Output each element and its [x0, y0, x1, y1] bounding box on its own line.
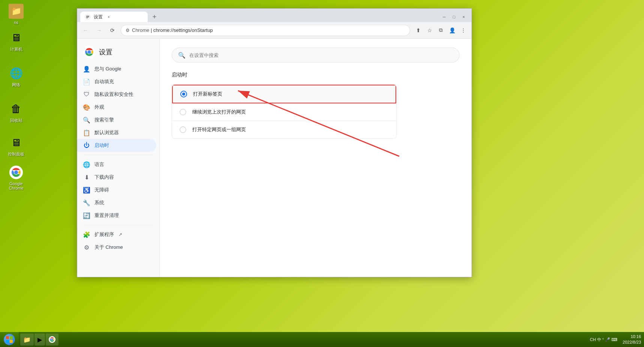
bookmark-button[interactable]: ☆ — [424, 25, 435, 36]
taskbar-media-player[interactable]: ▶ — [34, 334, 45, 346]
taskbar-items: 📁 ▶ — [19, 334, 588, 346]
maximize-button[interactable]: □ — [449, 13, 459, 21]
extensions-icon: 🧩 — [83, 231, 90, 238]
svg-rect-15 — [10, 340, 13, 343]
sidebar-label-accessibility: 无障碍 — [94, 187, 109, 193]
sidebar-item-language[interactable]: 🌐 语言 — [77, 158, 156, 171]
account-button[interactable]: 👤 — [447, 25, 457, 36]
start-button[interactable] — [0, 332, 19, 347]
tray-dot: ° — [602, 337, 604, 342]
sidebar-label-system: 系统 — [94, 199, 104, 206]
chrome-window: 设置 × + ─ □ × ← → ⟳ ⚙ Chrome | chrome://s… — [77, 8, 472, 277]
desktop-icon-chrome[interactable]: Google Chrome — [3, 165, 29, 190]
sidebar-item-extensions[interactable]: 🧩 扩展程序 ↗ — [77, 228, 156, 241]
startup-options-card: 打开新标签页 继续浏览上次打开的网页 打开特定网页或一组网页 — [172, 84, 397, 139]
sidebar-item-you-google[interactable]: 👤 您与 Google — [77, 63, 156, 75]
search-input[interactable] — [189, 52, 453, 58]
sidebar-item-autofill[interactable]: 📄 自动填充 — [77, 75, 156, 88]
desktop-icon-control[interactable]: 🖥 控制面板 — [3, 135, 29, 157]
tray-cn: 中 — [597, 337, 601, 343]
sidebar-header: 设置 — [77, 42, 159, 63]
taskbar-clock: 10:16 2022/8/23 — [620, 334, 644, 346]
sidebar-item-search[interactable]: 🔍 搜索引擎 — [77, 114, 156, 126]
search-bar[interactable]: 🔍 — [172, 48, 460, 63]
forward-button[interactable]: → — [94, 25, 104, 36]
svg-rect-4 — [86, 16, 89, 16]
svg-point-18 — [51, 339, 53, 341]
desktop-icon-network[interactable]: 🌐 网络 — [3, 66, 29, 88]
chrome-settings-icon: ⚙ — [126, 28, 130, 33]
share-button[interactable]: ⬆ — [413, 25, 424, 36]
chrome-logo — [83, 46, 95, 58]
downloads-icon: ⬇ — [83, 174, 90, 181]
taskbar-file-explorer[interactable]: 📁 — [20, 334, 34, 346]
privacy-icon: 🛡 — [83, 91, 90, 98]
search-engine-icon: 🔍 — [83, 117, 90, 123]
option-continue[interactable]: 继续浏览上次打开的网页 — [172, 103, 396, 121]
sidebar-item-privacy[interactable]: 🛡 隐私设置和安全性 — [77, 88, 156, 101]
option-specific[interactable]: 打开特定网页或一组网页 — [172, 121, 396, 138]
close-button[interactable]: × — [459, 13, 469, 21]
settings-title: 设置 — [99, 48, 112, 57]
tab-title: 设置 — [94, 14, 103, 20]
desktop-icon-computer[interactable]: 🖥 计算机 — [3, 30, 29, 52]
split-button[interactable]: ⧉ — [436, 25, 446, 36]
sidebar-label-privacy: 隐私设置和安全性 — [94, 91, 133, 98]
sidebar-label-reset: 重置并清理 — [94, 212, 119, 219]
tab-close-button[interactable]: × — [106, 14, 112, 20]
tab-favicon — [85, 14, 91, 20]
svg-point-9 — [88, 51, 91, 54]
media-player-icon: ▶ — [37, 336, 42, 343]
reset-icon: 🔄 — [83, 212, 90, 219]
svg-rect-14 — [6, 340, 9, 343]
windows-logo — [4, 334, 15, 345]
svg-rect-6 — [86, 18, 88, 18]
desktop-icon-recycle[interactable]: 🗑 回收站 — [3, 101, 29, 123]
clock-date: 2022/8/23 — [623, 340, 641, 345]
back-button[interactable]: ← — [80, 25, 91, 36]
svg-rect-5 — [86, 17, 89, 18]
radio-continue[interactable] — [180, 109, 186, 115]
chrome-taskbar-icon — [49, 336, 55, 343]
about-icon: ⚙ — [83, 244, 90, 251]
startup-icon: ⏻ — [83, 142, 90, 149]
sidebar-label-extensions: 扩展程序 — [94, 231, 114, 238]
taskbar-chrome-btn[interactable] — [46, 334, 58, 346]
address-actions: ⬆ ☆ ⧉ 👤 ⋮ — [413, 25, 469, 36]
window-controls: ─ □ × — [439, 13, 469, 21]
sidebar-item-appearance[interactable]: 🎨 外观 — [77, 101, 156, 114]
language-icon: 🌐 — [83, 161, 90, 168]
sidebar-item-reset[interactable]: 🔄 重置并清理 — [77, 209, 156, 222]
you-google-icon: 👤 — [83, 66, 90, 72]
radio-specific[interactable] — [180, 126, 186, 133]
option-label-specific: 打开特定网页或一组网页 — [192, 126, 246, 133]
sidebar-item-downloads[interactable]: ⬇ 下载内容 — [77, 171, 156, 184]
option-new-tab[interactable]: 打开新标签页 — [172, 85, 396, 103]
refresh-button[interactable]: ⟳ — [107, 25, 118, 36]
accessibility-icon: ♿ — [83, 187, 90, 193]
new-tab-button[interactable]: + — [149, 12, 160, 22]
sidebar-item-about[interactable]: ⚙ 关于 Chrome — [77, 241, 156, 254]
option-label-new-tab: 打开新标签页 — [193, 91, 222, 97]
sidebar-label-search: 搜索引擎 — [94, 117, 114, 123]
sidebar-item-browser[interactable]: 📋 默认浏览器 — [77, 126, 156, 139]
sidebar-divider-1 — [83, 155, 153, 155]
desktop-icon-ns[interactable]: 📁 ns — [3, 4, 29, 25]
radio-new-tab[interactable] — [180, 91, 187, 97]
omnibox[interactable]: ⚙ Chrome | chrome://settings/onStartup — [121, 25, 410, 36]
active-tab[interactable]: 设置 × — [80, 12, 148, 22]
menu-button[interactable]: ⋮ — [458, 25, 469, 36]
sidebar-item-accessibility[interactable]: ♿ 无障碍 — [77, 184, 156, 196]
file-explorer-icon: 📁 — [23, 336, 31, 343]
sidebar-label-about: 关于 Chrome — [94, 244, 123, 251]
tray-keyboard: ⌨ — [611, 337, 617, 342]
minimize-button[interactable]: ─ — [439, 13, 449, 21]
main-content: 🔍 启动时 打开新标签页 继续浏览上次打开的网页 打开特定网页或一 — [160, 39, 472, 277]
sidebar-item-system[interactable]: 🔧 系统 — [77, 196, 156, 209]
default-browser-icon: 📋 — [83, 129, 90, 136]
sidebar-item-startup[interactable]: ⏻ 启动时 — [77, 139, 156, 152]
address-text: Chrome | chrome://settings/onStartup — [132, 27, 213, 33]
title-bar: 设置 × + ─ □ × — [77, 9, 472, 22]
taskbar: 📁 ▶ CH 中 ° 🎤 ⌨ 10:16 2022/8/23 — [0, 332, 644, 347]
search-icon: 🔍 — [178, 52, 186, 59]
